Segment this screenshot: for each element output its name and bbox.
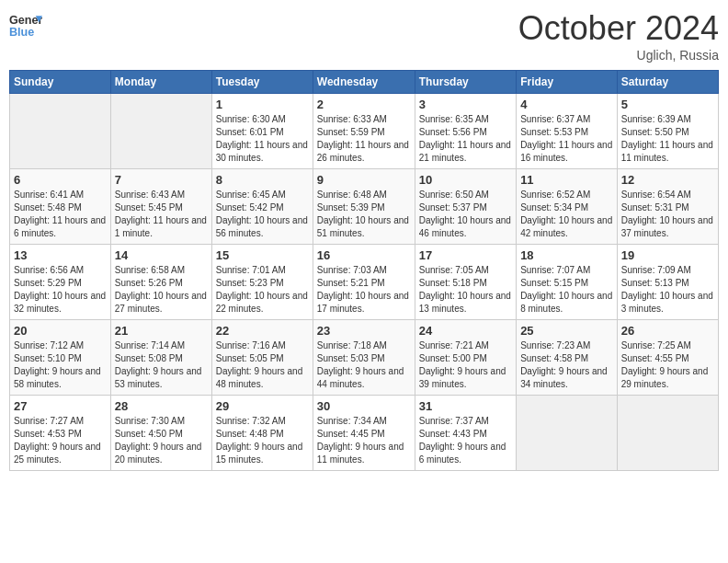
location-subtitle: Uglich, Russia <box>518 48 719 63</box>
day-number: 7 <box>115 173 208 187</box>
day-number: 5 <box>621 98 714 111</box>
day-info: Sunrise: 6:41 AMSunset: 5:48 PMDaylight:… <box>14 189 107 240</box>
day-info: Sunrise: 7:18 AMSunset: 5:03 PMDaylight:… <box>317 339 411 391</box>
weekday-header-sunday: Sunday <box>10 71 111 94</box>
day-info: Sunrise: 7:12 AMSunset: 5:10 PMDaylight:… <box>14 339 107 391</box>
day-info: Sunrise: 6:43 AMSunset: 5:45 PMDaylight:… <box>115 189 208 240</box>
logo: General Blue <box>9 9 42 42</box>
weekday-header-tuesday: Tuesday <box>211 71 313 94</box>
calendar-cell: 30Sunrise: 7:34 AMSunset: 4:45 PMDayligh… <box>313 396 415 471</box>
day-info: Sunrise: 7:21 AMSunset: 5:00 PMDaylight:… <box>419 339 512 391</box>
calendar-cell: 10Sunrise: 6:50 AMSunset: 5:37 PMDayligh… <box>415 169 516 245</box>
calendar-cell: 17Sunrise: 7:05 AMSunset: 5:18 PMDayligh… <box>415 245 516 320</box>
day-info: Sunrise: 6:45 AMSunset: 5:42 PMDaylight:… <box>216 189 309 240</box>
calendar-week-row: 1Sunrise: 6:30 AMSunset: 6:01 PMDaylight… <box>10 94 719 169</box>
calendar-cell: 19Sunrise: 7:09 AMSunset: 5:13 PMDayligh… <box>617 245 718 320</box>
day-number: 17 <box>419 248 512 262</box>
day-info: Sunrise: 6:33 AMSunset: 5:59 PMDaylight:… <box>317 113 411 165</box>
title-block: October 2024 Uglich, Russia <box>518 9 719 63</box>
weekday-header-monday: Monday <box>110 71 211 94</box>
calendar-cell: 12Sunrise: 6:54 AMSunset: 5:31 PMDayligh… <box>617 169 718 245</box>
day-info: Sunrise: 6:37 AMSunset: 5:53 PMDaylight:… <box>520 113 613 165</box>
day-number: 23 <box>317 324 411 338</box>
calendar-cell: 8Sunrise: 6:45 AMSunset: 5:42 PMDaylight… <box>211 169 313 245</box>
calendar-week-row: 27Sunrise: 7:27 AMSunset: 4:53 PMDayligh… <box>10 396 719 471</box>
day-info: Sunrise: 7:25 AMSunset: 4:55 PMDaylight:… <box>621 339 714 391</box>
calendar-cell: 18Sunrise: 7:07 AMSunset: 5:15 PMDayligh… <box>517 245 618 320</box>
day-number: 31 <box>419 399 512 413</box>
day-info: Sunrise: 7:32 AMSunset: 4:48 PMDaylight:… <box>216 415 309 466</box>
weekday-header-wednesday: Wednesday <box>313 71 415 94</box>
calendar-cell: 4Sunrise: 6:37 AMSunset: 5:53 PMDaylight… <box>517 94 618 169</box>
day-info: Sunrise: 7:30 AMSunset: 4:50 PMDaylight:… <box>115 415 208 466</box>
day-number: 4 <box>520 98 613 111</box>
day-number: 12 <box>621 173 714 187</box>
calendar-cell: 26Sunrise: 7:25 AMSunset: 4:55 PMDayligh… <box>617 320 718 396</box>
day-info: Sunrise: 6:58 AMSunset: 5:26 PMDaylight:… <box>115 264 208 316</box>
weekday-header-saturday: Saturday <box>617 71 718 94</box>
day-info: Sunrise: 6:35 AMSunset: 5:56 PMDaylight:… <box>419 113 512 165</box>
calendar-cell <box>617 396 718 471</box>
calendar-cell: 24Sunrise: 7:21 AMSunset: 5:00 PMDayligh… <box>415 320 516 396</box>
day-number: 6 <box>14 173 107 187</box>
day-number: 29 <box>216 399 309 413</box>
calendar-week-row: 20Sunrise: 7:12 AMSunset: 5:10 PMDayligh… <box>10 320 719 396</box>
calendar-cell: 7Sunrise: 6:43 AMSunset: 5:45 PMDaylight… <box>110 169 211 245</box>
calendar-cell: 23Sunrise: 7:18 AMSunset: 5:03 PMDayligh… <box>313 320 415 396</box>
day-number: 9 <box>317 173 411 187</box>
calendar-cell: 3Sunrise: 6:35 AMSunset: 5:56 PMDaylight… <box>415 94 516 169</box>
day-number: 15 <box>216 248 309 262</box>
calendar-cell: 5Sunrise: 6:39 AMSunset: 5:50 PMDaylight… <box>617 94 718 169</box>
calendar-cell: 27Sunrise: 7:27 AMSunset: 4:53 PMDayligh… <box>10 396 111 471</box>
day-info: Sunrise: 7:37 AMSunset: 4:43 PMDaylight:… <box>419 415 512 466</box>
calendar-cell <box>10 94 111 169</box>
page-header: General Blue October 2024 Uglich, Russia <box>9 9 719 63</box>
day-number: 27 <box>14 399 107 413</box>
day-number: 11 <box>520 173 613 187</box>
day-info: Sunrise: 6:50 AMSunset: 5:37 PMDaylight:… <box>419 189 512 240</box>
calendar-cell: 2Sunrise: 6:33 AMSunset: 5:59 PMDaylight… <box>313 94 415 169</box>
day-number: 2 <box>317 98 411 111</box>
day-number: 20 <box>14 324 107 338</box>
day-info: Sunrise: 7:07 AMSunset: 5:15 PMDaylight:… <box>520 264 613 316</box>
day-number: 24 <box>419 324 512 338</box>
day-number: 10 <box>419 173 512 187</box>
day-number: 25 <box>520 324 613 338</box>
calendar-cell: 20Sunrise: 7:12 AMSunset: 5:10 PMDayligh… <box>10 320 111 396</box>
day-number: 18 <box>520 248 613 262</box>
day-info: Sunrise: 6:48 AMSunset: 5:39 PMDaylight:… <box>317 189 411 240</box>
day-number: 8 <box>216 173 309 187</box>
day-number: 26 <box>621 324 714 338</box>
calendar-cell: 14Sunrise: 6:58 AMSunset: 5:26 PMDayligh… <box>110 245 211 320</box>
day-info: Sunrise: 7:09 AMSunset: 5:13 PMDaylight:… <box>621 264 714 316</box>
calendar-cell <box>517 396 618 471</box>
day-info: Sunrise: 6:52 AMSunset: 5:34 PMDaylight:… <box>520 189 613 240</box>
calendar-cell: 22Sunrise: 7:16 AMSunset: 5:05 PMDayligh… <box>211 320 313 396</box>
day-number: 22 <box>216 324 309 338</box>
day-number: 16 <box>317 248 411 262</box>
day-info: Sunrise: 6:54 AMSunset: 5:31 PMDaylight:… <box>621 189 714 240</box>
calendar-cell: 25Sunrise: 7:23 AMSunset: 4:58 PMDayligh… <box>517 320 618 396</box>
weekday-header-friday: Friday <box>517 71 618 94</box>
day-info: Sunrise: 6:56 AMSunset: 5:29 PMDaylight:… <box>14 264 107 316</box>
calendar-cell: 1Sunrise: 6:30 AMSunset: 6:01 PMDaylight… <box>211 94 313 169</box>
day-number: 3 <box>419 98 512 111</box>
month-title: October 2024 <box>518 9 719 48</box>
day-number: 1 <box>216 98 309 111</box>
day-info: Sunrise: 6:39 AMSunset: 5:50 PMDaylight:… <box>621 113 714 165</box>
day-info: Sunrise: 6:30 AMSunset: 6:01 PMDaylight:… <box>216 113 309 165</box>
calendar-cell: 13Sunrise: 6:56 AMSunset: 5:29 PMDayligh… <box>10 245 111 320</box>
svg-text:Blue: Blue <box>9 26 34 39</box>
calendar-cell <box>110 94 211 169</box>
weekday-header-thursday: Thursday <box>415 71 516 94</box>
day-info: Sunrise: 7:01 AMSunset: 5:23 PMDaylight:… <box>216 264 309 316</box>
weekday-header-row: SundayMondayTuesdayWednesdayThursdayFrid… <box>10 71 719 94</box>
day-info: Sunrise: 7:05 AMSunset: 5:18 PMDaylight:… <box>419 264 512 316</box>
logo-icon: General Blue <box>9 9 42 42</box>
day-number: 14 <box>115 248 208 262</box>
calendar-cell: 28Sunrise: 7:30 AMSunset: 4:50 PMDayligh… <box>110 396 211 471</box>
day-info: Sunrise: 7:34 AMSunset: 4:45 PMDaylight:… <box>317 415 411 466</box>
day-number: 30 <box>317 399 411 413</box>
calendar-cell: 16Sunrise: 7:03 AMSunset: 5:21 PMDayligh… <box>313 245 415 320</box>
day-number: 19 <box>621 248 714 262</box>
